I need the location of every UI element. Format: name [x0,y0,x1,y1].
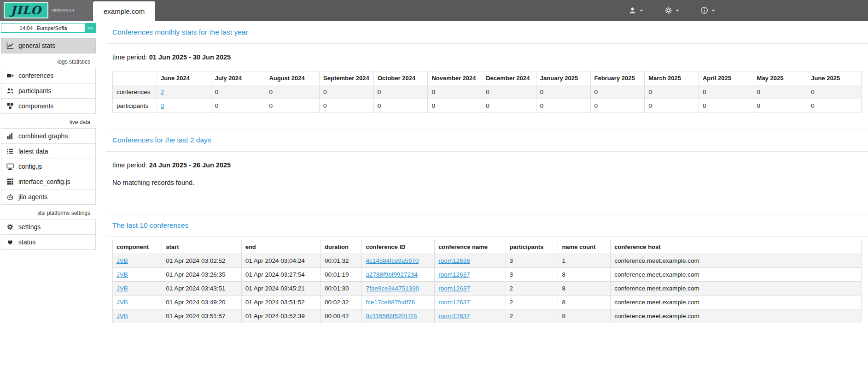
table-row: JVB01 Apr 2024 03:49:2001 Apr 2024 03:51… [113,296,862,309]
table-cell: 3 [157,99,211,113]
column-header: conference ID [362,240,435,254]
sidebar-collapse-button[interactable]: << [85,24,95,32]
table-cell: 0 [590,99,645,113]
conference-name-link[interactable]: room12637 [438,313,470,320]
column-header: May 2025 [753,71,807,85]
sidebar-item-components[interactable]: components [1,98,96,114]
table-row: JVB01 Apr 2024 03:26:3501 Apr 2024 03:27… [113,268,862,282]
conference-id-link[interactable]: 7fae9ce344751330 [366,285,419,292]
sidebar-item-latest-data[interactable]: latest data [1,143,96,159]
conference-name-link[interactable]: room12636 [438,257,470,264]
table-cell: 0 [645,85,699,99]
panel-last-2-days: Conferences for the last 2 days time per… [106,129,868,201]
settings-menu[interactable] [664,6,679,14]
sidebar-item-config-js[interactable]: config.js [1,159,96,174]
column-header: February 2025 [590,71,645,85]
sidebar-item-conferences[interactable]: conferences [1,68,96,83]
sidebar-item-general-stats[interactable]: general stats [1,38,96,53]
column-header: conference name [435,240,506,254]
table-cell: JVB [113,254,162,268]
sidebar-item-participants[interactable]: participants [1,83,96,99]
clock-timezone: Europe/Sofia [36,25,67,31]
sidebar-section-label: jitsi platforms settings [1,205,96,219]
conference-name-link[interactable]: room12637 [438,271,470,278]
component-link[interactable]: JVB [117,299,128,306]
gear-icon [6,223,14,231]
table-cell: JVB [113,268,162,282]
column-header: December 2024 [482,71,536,85]
component-link[interactable]: JVB [117,257,128,264]
conference-name-link[interactable]: room12637 [438,299,470,306]
sidebar-item-combined-graphs[interactable]: combined graphs [1,128,96,144]
jilo-logo: JILO [4,2,48,18]
video-camera-icon [6,72,14,79]
component-link[interactable]: JVB [117,285,128,292]
conference-id-link[interactable]: a2788f9bf9927234 [366,271,418,278]
sidebar-item-label: config.js [18,163,42,170]
clock-widget: 14:04 Europe/Sofia << [1,23,96,33]
tab-example-com[interactable]: example.com [93,1,155,21]
component-link[interactable]: JVB [117,313,128,320]
table-cell: conference.meet.example.com [611,309,862,323]
conference-id-link[interactable]: 4c14584fce9a5970 [366,257,419,264]
table-cell: 8 [558,296,611,309]
table-cell: 0 [373,85,428,99]
conferences-count-link[interactable]: 2 [161,89,164,95]
time-period-monthly: time period: 01 Jun 2025 - 30 Jun 2025 [112,53,862,61]
sidebar-item-label: combined graphs [18,132,68,140]
conference-name-link[interactable]: room12637 [438,285,470,292]
sidebar-section-label: logs statistics [1,53,96,68]
column-header: component [113,240,162,254]
table-cell: a2788f9bf9927234 [362,268,435,282]
table-cell: 0 [807,99,862,113]
sidebar-item-label: settings [18,223,41,231]
time-period-label: time period: [112,53,147,61]
panel-title-monthly-stats: Conferences monthly stats for the last y… [112,28,248,36]
table-cell: 0 [482,85,536,99]
table-cell: room12637 [435,282,506,296]
table-cell: 0 [373,99,428,113]
table-cell: conference.meet.example.com [611,254,862,268]
table-cell: 0 [645,99,699,113]
sidebar-item-status[interactable]: status [1,234,96,250]
no-records-message: No matching records found. [112,179,862,186]
conference-id-link[interactable]: fce17ce887fcdf78 [366,299,415,306]
info-menu[interactable] [700,6,715,14]
table-cell: 0 [428,99,482,113]
column-header: June 2025 [807,71,862,85]
table-cell: 3 [506,268,558,282]
time-period-value: 24 Jun 2025 - 26 Jun 2025 [149,161,231,169]
table-cell: 7fae9ce344751330 [362,282,435,296]
column-header: participants [506,240,558,254]
column-header: January 2025 [536,71,590,85]
component-link[interactable]: JVB [117,271,128,278]
time-period-last-2-days: time period: 24 Jun 2025 - 26 Jun 2025 [112,161,862,169]
column-header: conference host [611,240,862,254]
sidebar-item-interface-config-js[interactable]: interface_config.js [1,174,96,189]
column-header: March 2025 [645,71,699,85]
conference-id-link[interactable]: 8c116568f5201f28 [366,313,417,320]
sidebar-item-label: components [18,102,53,110]
table-cell: 00:00:42 [321,309,362,323]
table-cell: room12637 [435,309,506,323]
time-period-label: time period: [112,161,147,169]
user-icon [629,6,636,14]
monthly-stats-table: June 2024July 2024August 2024September 2… [112,71,862,113]
topbar: JILO VERSION 0.4 example.com [0,0,868,21]
version-label: VERSION 0.4 [52,8,74,12]
agent-icon [6,193,14,201]
sidebar-item-jilo-agents[interactable]: jilo agents [1,189,96,205]
table-cell: fce17ce887fcdf78 [362,296,435,309]
table-cell: 01 Apr 2024 03:27:54 [241,268,320,282]
table-cell: JVB [113,282,162,296]
sidebar-item-label: latest data [18,148,48,155]
table-cell: 2 [506,282,558,296]
table-cell: room12637 [435,268,506,282]
table-cell: 01 Apr 2024 03:52:39 [241,309,320,323]
sidebar-item-settings[interactable]: settings [1,219,96,235]
user-menu[interactable] [629,6,643,14]
table-cell: 4c14584fce9a5970 [362,254,435,268]
participants-count-link[interactable]: 3 [161,102,164,109]
table-cell: conference.meet.example.com [611,296,862,309]
table-cell: 0 [699,85,753,99]
